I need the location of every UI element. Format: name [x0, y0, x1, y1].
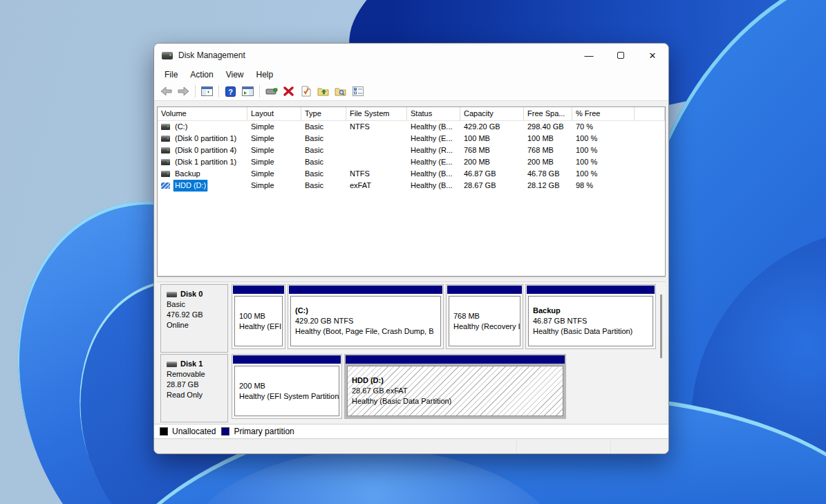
legend-bar: Unallocated Primary partition — [154, 424, 668, 439]
column-header-type[interactable]: Type — [301, 107, 346, 120]
partition-status: Healthy (Recovery I — [453, 321, 516, 332]
partition-cell[interactable]: 100 MB Healthy (EFI — [232, 284, 285, 349]
disk-size: 28.87 GB — [167, 380, 222, 390]
volume-name: (C:) — [173, 121, 189, 133]
disk-size: 476.92 GB — [167, 310, 222, 320]
volume-icon — [161, 124, 170, 130]
delete-volume-icon[interactable] — [281, 84, 297, 99]
cell-status: Healthy (E... — [407, 156, 460, 168]
cell-pctfree: 100 % — [572, 133, 635, 144]
status-bar — [154, 439, 668, 454]
toolbar-separator — [195, 85, 196, 97]
document-check-icon[interactable] — [298, 84, 314, 99]
partition-status: Healthy (Basic Data Partition) — [533, 326, 648, 337]
partition-size: 100 MB — [239, 311, 278, 321]
svg-text:?: ? — [228, 87, 233, 95]
checklist-icon[interactable] — [350, 84, 366, 99]
minimize-button[interactable]: — — [573, 44, 605, 67]
back-icon[interactable] — [158, 84, 174, 99]
menu-action[interactable]: Action — [184, 67, 219, 82]
partition-status: Healthy (Basic Data Partition) — [352, 396, 559, 407]
cell-status: Healthy (R... — [407, 144, 460, 156]
column-header-status[interactable]: Status — [407, 107, 460, 120]
partition-size: 429.20 GB NTFS — [295, 316, 436, 326]
volume-icon — [161, 136, 170, 142]
disk-management-window: Disk Management — ✕ File Action View Hel… — [153, 43, 669, 454]
maximize-button[interactable] — [605, 44, 637, 67]
action-pane-icon[interactable] — [240, 84, 256, 99]
table-row[interactable]: (C:) Simple Basic NTFS Healthy (B... 429… — [158, 121, 665, 133]
column-header-filesystem[interactable]: File System — [346, 107, 407, 120]
table-row-selected[interactable]: HDD (D:) Simple Basic exFAT Healthy (B..… — [158, 180, 665, 192]
volume-list-pane: Volume Layout Type File System Status Ca… — [157, 106, 666, 277]
cell-type: Basic — [301, 133, 346, 144]
cell-type: Basic — [301, 156, 346, 168]
folder-up-icon[interactable] — [315, 84, 331, 99]
folder-search-icon[interactable] — [332, 84, 348, 99]
disk-name: Disk 1 — [180, 359, 203, 369]
cell-layout: Simple — [247, 156, 301, 168]
forward-icon[interactable] — [176, 84, 191, 99]
disk-label[interactable]: Disk 1 Removable 28.87 GB Read Only — [160, 354, 228, 422]
toolbar-separator — [218, 85, 219, 97]
table-row[interactable]: (Disk 1 partition 1) Simple Basic Health… — [158, 156, 665, 168]
disk-label[interactable]: Disk 0 Basic 476.92 GB Online — [160, 284, 228, 353]
close-button[interactable]: ✕ — [637, 44, 668, 67]
column-header-freespace[interactable]: Free Spa... — [524, 107, 572, 120]
cell-layout: Simple — [247, 133, 301, 144]
partition-cell[interactable]: (C:) 429.20 GB NTFS Healthy (Boot, Page … — [288, 284, 444, 349]
pane-splitter[interactable] — [157, 277, 666, 282]
toolbar: ? — [154, 82, 668, 101]
table-row[interactable]: (Disk 0 partition 1) Simple Basic Health… — [158, 133, 665, 144]
partition-status: Healthy (EFI — [239, 321, 278, 332]
volume-name: (Disk 0 partition 1) — [173, 133, 238, 144]
partition-cell[interactable]: Backup 46.87 GB NTFS Healthy (Basic Data… — [525, 284, 656, 349]
disk-status: Read Only — [167, 390, 222, 400]
partition-status: Healthy (Boot, Page File, Crash Dump, B — [295, 326, 436, 337]
drive-view-icon[interactable] — [263, 84, 279, 99]
cell-pctfree: 70 % — [572, 121, 635, 133]
column-header-capacity[interactable]: Capacity — [460, 107, 524, 120]
legend-label: Unallocated — [172, 427, 216, 436]
cell-type: Basic — [301, 144, 346, 156]
partition-cell-selected[interactable]: HDD (D:) 28.67 GB exFAT Healthy (Basic D… — [344, 354, 566, 419]
cell-type: Basic — [301, 180, 346, 192]
cell-pctfree: 100 % — [572, 144, 635, 156]
title-bar[interactable]: Disk Management — ✕ — [154, 44, 668, 67]
partition-size: 46.87 GB NTFS — [533, 316, 648, 326]
column-header-pctfree[interactable]: % Free — [572, 107, 635, 120]
volume-name: (Disk 0 partition 4) — [173, 144, 238, 156]
volume-name: HDD (D:) — [173, 180, 207, 192]
cell-pctfree: 100 % — [572, 156, 635, 168]
window-content: Volume Layout Type File System Status Ca… — [154, 101, 668, 454]
cell-capacity: 28.67 GB — [460, 180, 524, 192]
menu-view[interactable]: View — [220, 67, 250, 82]
scrollbar-thumb[interactable] — [660, 295, 662, 358]
table-row[interactable]: (Disk 0 partition 4) Simple Basic Health… — [158, 144, 665, 156]
cell-capacity: 429.20 GB — [460, 121, 524, 133]
partition-cell[interactable]: 200 MB Healthy (EFI System Partition — [232, 354, 342, 419]
column-header-layout[interactable]: Layout — [247, 107, 301, 120]
unallocated-swatch — [160, 427, 168, 436]
console-tree-icon[interactable] — [199, 84, 215, 99]
cell-type: Basic — [301, 121, 346, 133]
partition-size: 200 MB — [239, 381, 335, 391]
volume-icon — [161, 159, 170, 165]
menu-file[interactable]: File — [158, 67, 184, 82]
cell-capacity: 768 MB — [460, 144, 524, 156]
cell-layout: Simple — [247, 168, 301, 180]
partition-cell[interactable]: 768 MB Healthy (Recovery I — [446, 284, 523, 349]
cell-type: Basic — [301, 168, 346, 180]
cell-capacity: 100 MB — [460, 133, 524, 144]
cell-filesystem: exFAT — [346, 180, 407, 192]
cell-layout: Simple — [247, 121, 301, 133]
table-row[interactable]: Backup Simple Basic NTFS Healthy (B... 4… — [158, 168, 665, 180]
graph-scrollbar[interactable] — [659, 295, 664, 358]
menu-help[interactable]: Help — [250, 67, 280, 82]
column-header-volume[interactable]: Volume — [158, 107, 247, 120]
status-section — [516, 439, 610, 454]
help-icon[interactable]: ? — [223, 84, 238, 99]
cell-freespace: 200 MB — [524, 156, 572, 168]
disk-graph-pane: Disk 0 Basic 476.92 GB Online 100 MB Hea… — [157, 282, 666, 424]
window-title: Disk Management — [178, 50, 245, 60]
